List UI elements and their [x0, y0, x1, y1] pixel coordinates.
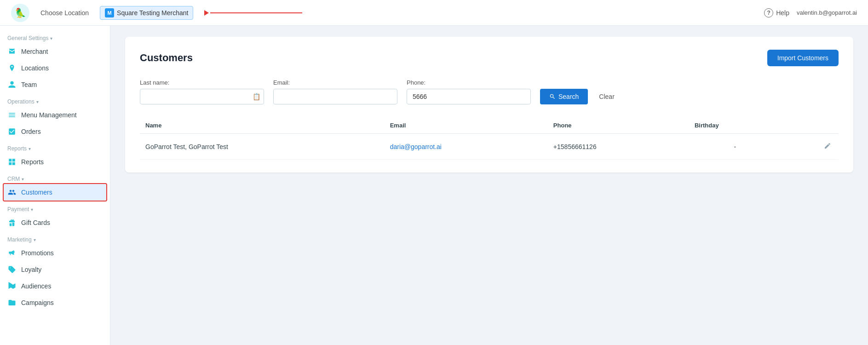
sidebar-item-loyalty-label: Loyalty: [21, 266, 41, 273]
sidebar-item-locations-label: Locations: [21, 64, 49, 72]
choose-location-label: Choose Location: [40, 9, 89, 17]
customers-table: Name Email Phone Birthday GoParrot Test,…: [140, 117, 839, 160]
sidebar-item-locations[interactable]: Locations: [0, 60, 110, 76]
lastname-field-group: Last name: 📋: [140, 79, 264, 104]
search-button[interactable]: Search: [540, 89, 588, 104]
cell-phone: +15856661126: [548, 134, 689, 160]
topbar-right: ? Help valentin.b@goparrot.ai: [764, 8, 857, 17]
help-label: Help: [776, 9, 789, 17]
email-input[interactable]: [273, 89, 397, 104]
col-email: Email: [385, 117, 548, 134]
col-birthday: Birthday: [689, 117, 781, 134]
people-icon: [7, 188, 17, 197]
sidebar-item-orders[interactable]: Orders: [0, 123, 110, 140]
sidebar-item-menu-management[interactable]: Menu Management: [0, 107, 110, 123]
phone-input[interactable]: [407, 89, 531, 104]
merchant-name: Square Testing Merchant: [117, 9, 188, 17]
sidebar-item-gift-cards[interactable]: Gift Cards: [0, 214, 110, 231]
sidebar-section-reports: Reports ▾ Reports: [0, 142, 110, 170]
help-icon: ?: [764, 8, 773, 17]
sidebar-item-audiences[interactable]: Audiences: [0, 278, 110, 294]
menu-icon: [7, 110, 17, 120]
chevron-down-icon: ▾: [22, 177, 24, 182]
layout: General Settings ▾ Merchant Locations T: [0, 26, 868, 345]
import-customers-button[interactable]: Import Customers: [767, 50, 839, 66]
sidebar-section-general: General Settings ▾ Merchant Locations T: [0, 31, 110, 93]
store-icon: [7, 47, 17, 56]
content-card: Customers Import Customers Last name: 📋 …: [125, 37, 853, 172]
person-icon: [7, 80, 17, 89]
check-square-icon: [7, 127, 17, 136]
sidebar-item-merchant-label: Merchant: [21, 48, 48, 55]
sidebar-section-general-header[interactable]: General Settings ▾: [0, 31, 110, 43]
sidebar-item-menu-management-label: Menu Management: [21, 111, 77, 119]
cell-email: daria@goparrot.ai: [385, 134, 548, 160]
sidebar-item-customers[interactable]: Customers: [4, 184, 106, 201]
main-content: Customers Import Customers Last name: 📋 …: [110, 26, 868, 345]
sidebar-section-crm: CRM ▾ Customers: [0, 172, 110, 201]
search-btn-label: Search: [558, 93, 579, 100]
sidebar-item-customers-label: Customers: [21, 189, 52, 196]
lastname-label: Last name:: [140, 79, 264, 86]
sidebar-item-orders-label: Orders: [21, 128, 41, 135]
cell-birthday: -: [689, 134, 781, 160]
phone-field-group: Phone:: [407, 79, 531, 104]
sidebar-section-crm-header[interactable]: CRM ▾: [0, 172, 110, 184]
sidebar-item-team-label: Team: [21, 81, 37, 88]
topbar-left: 🦜 Choose Location M Square Testing Merch…: [11, 4, 302, 22]
logo-icon: 🦜: [11, 4, 29, 22]
search-icon: [549, 93, 556, 100]
col-actions: [781, 117, 839, 134]
arrow-annotation-merchant: [204, 10, 302, 16]
sidebar-section-operations: Operations ▾ Menu Management Orders: [0, 95, 110, 140]
chevron-down-icon: ▾: [31, 207, 33, 212]
table-header-row: Name Email Phone Birthday: [140, 117, 839, 134]
sidebar-section-marketing: Marketing ▾ Promotions Loyalty Audience: [0, 233, 110, 311]
edit-customer-button[interactable]: [822, 140, 833, 153]
cell-name: GoParrot Test, GoParrot Test: [140, 134, 385, 160]
sidebar-section-payment-header[interactable]: Payment ▾: [0, 202, 110, 214]
content-header: Customers Import Customers: [140, 50, 839, 66]
col-phone: Phone: [548, 117, 689, 134]
help-button[interactable]: ? Help: [764, 8, 789, 17]
sidebar-section-marketing-header[interactable]: Marketing ▾: [0, 233, 110, 245]
page-title: Customers: [140, 52, 193, 64]
campaigns-icon: [7, 298, 17, 307]
megaphone-icon: [7, 248, 17, 258]
merchant-initial: M: [105, 8, 114, 17]
table-row: GoParrot Test, GoParrot Testdaria@goparr…: [140, 134, 839, 160]
sidebar-item-reports-label: Reports: [21, 158, 44, 166]
paste-icon[interactable]: 📋: [253, 93, 260, 100]
sidebar-item-reports[interactable]: Reports: [0, 154, 110, 170]
chevron-down-icon: ▾: [36, 99, 39, 104]
sidebar-item-loyalty[interactable]: Loyalty: [0, 261, 110, 278]
lastname-input-wrapper: 📋: [140, 89, 264, 104]
sidebar-item-gift-cards-label: Gift Cards: [21, 219, 50, 226]
sidebar-item-campaigns[interactable]: Campaigns: [0, 294, 110, 311]
clear-button[interactable]: Clear: [597, 89, 616, 104]
email-label: Email:: [273, 79, 397, 86]
chevron-down-icon: ▾: [50, 36, 52, 41]
sidebar-item-team[interactable]: Team: [0, 76, 110, 93]
user-email: valentin.b@goparrot.ai: [797, 9, 857, 16]
audiences-icon: [7, 282, 17, 291]
merchant-badge[interactable]: M Square Testing Merchant: [100, 6, 193, 20]
customers-highlight-border: [3, 183, 107, 201]
sidebar-item-audiences-label: Audiences: [21, 282, 51, 290]
chevron-down-icon: ▾: [29, 146, 31, 151]
sidebar-section-operations-header[interactable]: Operations ▾: [0, 95, 110, 107]
gift-icon: [7, 218, 17, 227]
sidebar-item-merchant[interactable]: Merchant: [0, 43, 110, 60]
sidebar-item-promotions[interactable]: Promotions: [0, 245, 110, 261]
col-name: Name: [140, 117, 385, 134]
topbar: 🦜 Choose Location M Square Testing Merch…: [0, 0, 868, 26]
lastname-input[interactable]: [140, 89, 264, 104]
sidebar-section-reports-header[interactable]: Reports ▾: [0, 142, 110, 154]
chevron-down-icon: ▾: [34, 237, 36, 242]
sidebar-section-payment: Payment ▾ Gift Cards: [0, 202, 110, 231]
sidebar-item-promotions-label: Promotions: [21, 249, 54, 257]
email-field-group: Email:: [273, 79, 397, 104]
search-area: Last name: 📋 Email: Phone: Search: [140, 79, 839, 104]
sidebar: General Settings ▾ Merchant Locations T: [0, 26, 110, 345]
phone-label: Phone:: [407, 79, 531, 86]
